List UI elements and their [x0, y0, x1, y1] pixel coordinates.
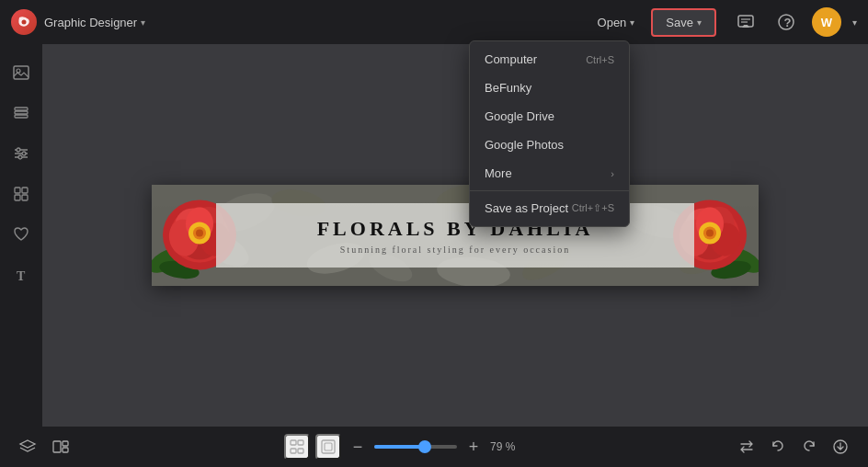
design-sub-title: Stunning floral styling for every occasi…	[340, 245, 570, 255]
menu-item-befunky[interactable]: BeFunky	[470, 74, 629, 102]
svg-text:?: ?	[784, 16, 792, 29]
menu-divider	[470, 190, 629, 191]
sidebar-icon-layers[interactable]	[4, 96, 39, 131]
frames-icon-button[interactable]	[48, 434, 74, 460]
zoom-slider-track[interactable]	[374, 445, 457, 449]
svg-point-59	[706, 230, 714, 237]
app-logo	[11, 9, 37, 35]
sidebar-icon-heart[interactable]	[4, 217, 39, 252]
layers-icon-button[interactable]	[15, 434, 40, 460]
swap-icon-button[interactable]	[734, 434, 760, 460]
svg-rect-66	[298, 449, 303, 453]
bottom-right-icons	[734, 434, 853, 460]
svg-point-46	[196, 230, 203, 237]
zoom-slider-fill	[374, 445, 425, 449]
svg-rect-8	[15, 115, 28, 118]
menu-item-google-drive[interactable]: Google Drive	[470, 102, 629, 131]
topbar-right: ? W ▾	[731, 7, 857, 37]
save-dropdown-menu: Computer Ctrl+S BeFunky Google Drive Goo…	[469, 40, 630, 227]
svg-rect-60	[53, 441, 61, 452]
design-preview: FLORALS BY DAHLIA Stunning floral stylin…	[152, 185, 759, 286]
svg-rect-68	[325, 443, 332, 450]
svg-rect-10	[15, 108, 28, 110]
svg-point-16	[18, 155, 22, 159]
bottombar: − + 79 %	[0, 427, 868, 467]
zoom-out-button[interactable]: −	[347, 436, 369, 458]
logo-area[interactable]: Graphic Designer ▾	[11, 9, 145, 35]
expand-icon-button[interactable]	[284, 434, 310, 460]
topbar: Graphic Designer ▾ Open ▾ Save ▾ ?	[0, 0, 868, 44]
app-name-chevron: ▾	[141, 17, 145, 28]
sidebar-icon-grid[interactable]	[4, 177, 39, 211]
zoom-controls: − + 79 %	[284, 434, 523, 460]
sidebar-icon-adjust[interactable]	[4, 136, 39, 171]
chat-icon-button[interactable]	[731, 7, 760, 37]
menu-item-computer[interactable]: Computer Ctrl+S	[470, 45, 629, 74]
save-button[interactable]: Save ▾	[651, 8, 716, 37]
svg-rect-65	[291, 449, 296, 453]
zoom-slider-thumb[interactable]	[418, 440, 431, 453]
nav-buttons: Open ▾ Save ▾	[585, 8, 716, 37]
canvas-area: FLORALS BY DAHLIA Stunning floral stylin…	[42, 44, 868, 427]
app-name: Graphic Designer ▾	[44, 16, 145, 29]
svg-point-0	[22, 20, 27, 25]
svg-rect-67	[322, 440, 335, 453]
svg-rect-62	[63, 448, 68, 452]
svg-rect-18	[22, 188, 28, 193]
sidebar: T	[0, 44, 42, 427]
svg-point-15	[22, 152, 26, 155]
svg-point-14	[17, 148, 20, 152]
user-avatar[interactable]: W	[812, 7, 841, 37]
svg-rect-19	[15, 195, 20, 200]
svg-rect-20	[22, 195, 28, 200]
redo-icon-button[interactable]	[796, 434, 822, 460]
zoom-in-button[interactable]: +	[463, 436, 485, 458]
svg-rect-9	[15, 111, 28, 114]
menu-item-save-as-project[interactable]: Save as Project Ctrl+⇧+S	[470, 194, 629, 222]
sidebar-icon-text[interactable]: T	[4, 257, 39, 292]
open-button[interactable]: Open ▾	[585, 10, 648, 35]
user-chevron[interactable]: ▾	[852, 17, 857, 28]
svg-rect-6	[14, 66, 29, 79]
svg-text:T: T	[17, 269, 26, 283]
download-icon-button[interactable]	[828, 434, 853, 460]
svg-rect-61	[63, 441, 68, 446]
menu-item-google-photos[interactable]: Google Photos	[470, 131, 629, 159]
svg-point-7	[17, 69, 20, 73]
sidebar-icon-image[interactable]	[4, 55, 39, 90]
svg-rect-63	[291, 440, 296, 445]
fit-icon-button[interactable]	[315, 434, 341, 460]
undo-icon-button[interactable]	[765, 434, 791, 460]
menu-item-more[interactable]: More ›	[470, 159, 629, 188]
help-icon-button[interactable]: ?	[771, 7, 801, 37]
zoom-label: 79 %	[490, 440, 523, 453]
svg-rect-17	[15, 188, 20, 193]
svg-rect-64	[298, 440, 303, 445]
